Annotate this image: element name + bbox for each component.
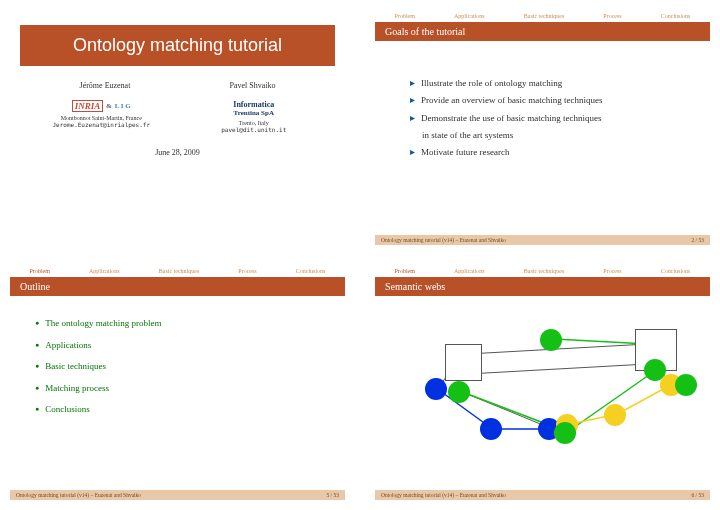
nav-process[interactable]: Process <box>603 268 621 274</box>
trentina-logo: Trentina SpA <box>234 109 274 117</box>
svg-line-5 <box>468 364 648 374</box>
author-2: Pavel Shvaiko <box>229 81 275 90</box>
nav-applications[interactable]: Applications <box>454 13 485 19</box>
authors-row: Jérôme Euzenat Pavel Shvaiko <box>30 81 325 90</box>
slide-title-bar: Semantic webs <box>375 277 710 296</box>
slide-title-bar: Outline <box>10 277 345 296</box>
diagram-node <box>540 329 562 351</box>
svg-line-6 <box>555 339 648 344</box>
goal-item: Illustrate the role of ontology matching <box>410 74 695 91</box>
affiliations: INRIA & L I G Montbonnot Saint-Martin, F… <box>25 100 330 133</box>
nav-problem[interactable]: Problem <box>395 13 415 19</box>
page-number: 6 / 53 <box>691 492 704 498</box>
nav-conclusions[interactable]: Conclusions <box>661 13 691 19</box>
nav-bar: Problem Applications Basic techniques Pr… <box>375 10 710 22</box>
nav-problem[interactable]: Problem <box>30 268 50 274</box>
slide-title: Ontology matching tutorial Jérôme Euzena… <box>10 10 345 245</box>
author-1: Jérôme Euzenat <box>80 81 131 90</box>
outline-item: Matching process <box>35 378 330 400</box>
goal-item-sub: in state of the art systems <box>410 126 695 143</box>
outline-item: The ontology matching problem <box>35 313 330 335</box>
diagram-node <box>480 418 502 440</box>
outline-item: Basic techniques <box>35 356 330 378</box>
amp-icon: & <box>106 102 111 110</box>
outline-item: Applications <box>35 335 330 357</box>
slide-goals: Problem Applications Basic techniques Pr… <box>375 10 710 245</box>
semantic-web-diagram <box>390 314 695 444</box>
slide-semantic-webs: Problem Applications Basic techniques Pr… <box>375 265 710 500</box>
nav-applications[interactable]: Applications <box>454 268 485 274</box>
slide-footer: Ontology matching tutorial (v14) – Euzen… <box>375 490 710 500</box>
outline-item: Conclusions <box>35 399 330 421</box>
nav-process[interactable]: Process <box>238 268 256 274</box>
affil-2: Informatica Trentina SpA Trento, Italy p… <box>185 100 322 133</box>
slide-footer: Ontology matching tutorial (v14) – Euzen… <box>10 490 345 500</box>
nav-basic[interactable]: Basic techniques <box>159 268 200 274</box>
diagram-node <box>554 422 576 444</box>
nav-bar: Problem Applications Basic techniques Pr… <box>10 265 345 277</box>
diagram-node <box>425 378 447 400</box>
lig-logo: L I G <box>115 102 131 110</box>
footer-text: Ontology matching tutorial (v14) – Euzen… <box>16 492 141 498</box>
slide-outline: Problem Applications Basic techniques Pr… <box>10 265 345 500</box>
nav-process[interactable]: Process <box>603 13 621 19</box>
inria-logo: INRIA <box>72 100 104 112</box>
outline-list: The ontology matching problem Applicatio… <box>25 313 330 421</box>
nav-conclusions[interactable]: Conclusions <box>661 268 691 274</box>
diagram-node <box>448 381 470 403</box>
slide-title-bar: Goals of the tutorial <box>375 22 710 41</box>
diagram-node <box>604 404 626 426</box>
slide-footer: Ontology matching tutorial (v14) – Euzen… <box>375 235 710 245</box>
informatica-logo: Informatica <box>233 100 274 109</box>
nav-applications[interactable]: Applications <box>89 268 120 274</box>
affil1-email: Jerome.Euzenat@inrialpes.fr <box>33 121 170 128</box>
diagram-node <box>675 374 697 396</box>
goal-item: Demonstrate the use of basic matching te… <box>410 109 695 126</box>
nav-conclusions[interactable]: Conclusions <box>296 268 326 274</box>
affil-1: INRIA & L I G Montbonnot Saint-Martin, F… <box>33 100 170 133</box>
diagram-box <box>445 344 482 381</box>
nav-basic[interactable]: Basic techniques <box>524 13 565 19</box>
footer-text: Ontology matching tutorial (v14) – Euzen… <box>381 237 506 243</box>
footer-text: Ontology matching tutorial (v14) – Euzen… <box>381 492 506 498</box>
goal-item: Provide an overview of basic matching te… <box>410 91 695 108</box>
presentation-date: June 28, 2009 <box>10 148 345 157</box>
nav-basic[interactable]: Basic techniques <box>524 268 565 274</box>
page-number: 5 / 53 <box>326 492 339 498</box>
nav-problem[interactable]: Problem <box>395 268 415 274</box>
main-title: Ontology matching tutorial <box>20 25 335 66</box>
affil2-email: pavel@dit.unitn.it <box>185 126 322 133</box>
goal-item: Motivate future research <box>410 143 695 160</box>
nav-bar: Problem Applications Basic techniques Pr… <box>375 265 710 277</box>
page-number: 2 / 53 <box>691 237 704 243</box>
goals-list: Illustrate the role of ontology matching… <box>390 74 695 160</box>
